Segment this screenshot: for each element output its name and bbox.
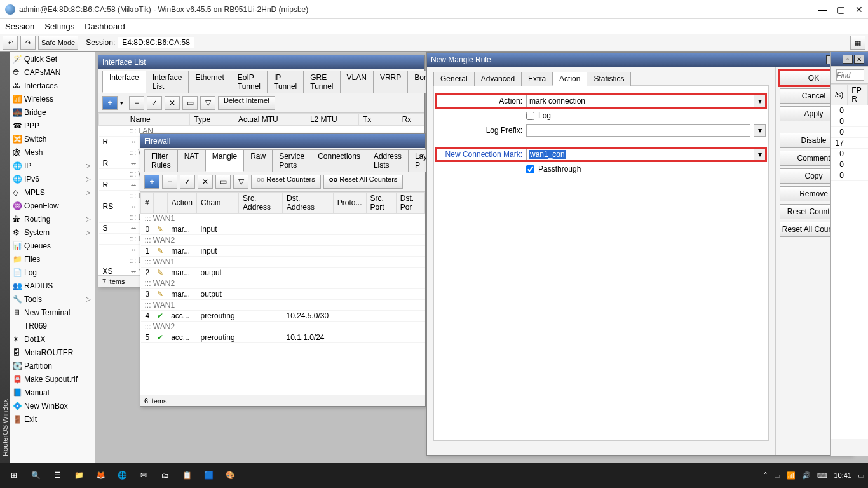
expand-icon[interactable]: ▷ <box>86 175 92 182</box>
tab-vrrp[interactable]: VRRP <box>373 71 408 93</box>
table-row[interactable]: 0 <box>831 105 868 116</box>
sidebar-item-interfaces[interactable]: 🖧Interfaces <box>10 79 95 92</box>
taskbar-icon-6[interactable]: ✉ <box>133 465 154 485</box>
sidebar-item-partition[interactable]: 💽Partition <box>10 359 95 372</box>
sidebar-item-wireless[interactable]: 📶Wireless <box>10 92 95 105</box>
expand-icon[interactable]: ▷ <box>86 215 92 222</box>
sidebar-item-mesh[interactable]: 🕸Mesh <box>10 146 95 159</box>
enable-button[interactable]: ✓ <box>180 175 195 189</box>
firewall-grid[interactable]: #ActionChainSrc. AddressDst. AddressProt… <box>140 191 425 395</box>
log-prefix-field[interactable] <box>526 124 750 137</box>
tray-notifications-icon[interactable]: ▭ <box>858 471 864 480</box>
tray-up-icon[interactable]: ˄ <box>764 471 768 480</box>
add-button[interactable]: + <box>102 96 118 110</box>
tab-advanced[interactable]: Advanced <box>474 72 522 86</box>
minimize-icon[interactable]: — <box>818 4 827 15</box>
tab-vlan[interactable]: VLAN <box>340 71 374 93</box>
sidebar-item-ipv6[interactable]: 🌐IPv6▷ <box>10 172 95 186</box>
table-row[interactable]: ::: WAN1 <box>141 300 425 311</box>
tab-nat[interactable]: NAT <box>177 149 206 172</box>
menu-settings[interactable]: Settings <box>44 22 74 31</box>
undo-button[interactable]: ↶ <box>3 36 18 50</box>
new-connection-mark-field[interactable]: wan1_con <box>526 148 750 161</box>
add-dropdown-icon[interactable]: ▾ <box>120 100 126 106</box>
safe-mode-button[interactable]: Safe Mode <box>38 36 78 50</box>
filter-button[interactable]: ▽ <box>233 175 248 189</box>
sidebar-item-routing[interactable]: 🛣Routing▷ <box>10 212 95 226</box>
taskbar-icon-2[interactable]: ☰ <box>47 465 67 485</box>
passthrough-checkbox[interactable] <box>526 165 534 173</box>
sidebar-item-capsman[interactable]: ⛑CAPsMAN <box>10 65 95 79</box>
table-row[interactable]: 0 <box>831 116 868 127</box>
sidebar-item-files[interactable]: 📁Files <box>10 252 95 266</box>
tab-statistics[interactable]: Statistics <box>587 72 631 86</box>
ncm-dropdown-icon[interactable]: ▾ <box>754 148 766 161</box>
expand-icon[interactable]: ▷ <box>86 229 92 236</box>
table-row[interactable]: 4✔acc...prerouting10.24.5.0/30 <box>141 311 425 322</box>
system-tray[interactable]: ˄ ▭ 📶 🔊 ⌨ 10:41 ▭ <box>764 471 864 480</box>
action-dropdown-icon[interactable]: ▾ <box>754 95 766 107</box>
comment-button[interactable]: ▭ <box>215 175 231 189</box>
tab-general[interactable]: General <box>433 72 475 86</box>
sidebar-item-tr069[interactable]: TR069 <box>10 319 95 332</box>
table-row[interactable]: 17 <box>831 138 868 149</box>
tab-filter-rules[interactable]: Filter Rules <box>144 149 178 172</box>
tab-ip-tunnel[interactable]: IP Tunnel <box>267 71 304 93</box>
sidebar-item-dot1x[interactable]: ✴Dot1X <box>10 332 95 346</box>
sidebar-item-log[interactable]: 📄Log <box>10 266 95 279</box>
expand-icon[interactable]: ▷ <box>86 189 92 196</box>
tab-ethernet[interactable]: Ethernet <box>188 71 231 93</box>
comment-button[interactable]: ▭ <box>182 96 198 110</box>
expand-icon[interactable]: ▷ <box>86 295 92 302</box>
table-row[interactable]: ::: WAN2 <box>141 235 425 246</box>
remove-button[interactable]: − <box>162 175 177 189</box>
maximize-icon[interactable]: ▢ <box>837 4 845 15</box>
table-row[interactable]: 0 <box>831 127 868 138</box>
tray-volume-icon[interactable]: 🔊 <box>802 471 811 480</box>
enable-button[interactable]: ✓ <box>147 96 162 110</box>
table-row[interactable]: 1✎mar...input <box>141 246 425 257</box>
sidebar-item-mpls[interactable]: ◇MPLS▷ <box>10 186 95 199</box>
redo-button[interactable]: ↷ <box>20 36 36 50</box>
disable-button[interactable]: ✕ <box>165 96 180 110</box>
tab-gre-tunnel[interactable]: GRE Tunnel <box>303 71 340 93</box>
tab-connections[interactable]: Connections <box>311 149 367 172</box>
tab-action[interactable]: Action <box>552 72 587 86</box>
sidebar-item-ppp[interactable]: ☎PPP <box>10 119 95 132</box>
taskbar-icon-1[interactable]: 🔍 <box>25 465 46 485</box>
sidebar-item-quick-set[interactable]: 🪄Quick Set <box>10 52 95 65</box>
menu-dashboard[interactable]: Dashboard <box>85 22 125 31</box>
sidebar-item-make-supout-rif[interactable]: 📮Make Supout.rif <box>10 372 95 386</box>
sidebar-item-new-winbox[interactable]: 💠New WinBox <box>10 399 95 412</box>
taskbar-icon-0[interactable]: ⊞ <box>4 465 24 485</box>
tab-mangle[interactable]: Mangle <box>205 149 244 172</box>
sidebar-item-exit[interactable]: 🚪Exit <box>10 412 95 426</box>
tray-wifi-icon[interactable]: 📶 <box>787 471 796 480</box>
taskbar-icon-5[interactable]: 🌐 <box>112 465 132 485</box>
mangle-titlebar[interactable]: New Mangle Rule ▫✕ <box>427 53 851 67</box>
firewall-titlebar[interactable]: Firewall <box>140 134 425 148</box>
taskbar-icon-8[interactable]: 📋 <box>177 465 197 485</box>
sidebar-item-new-terminal[interactable]: 🖥New Terminal <box>10 306 95 319</box>
right-min-icon[interactable]: ▫ <box>843 55 853 64</box>
tray-lang-icon[interactable]: ⌨ <box>817 471 827 480</box>
reset-all-counters-button[interactable]: oo Reset All Counters <box>323 175 403 189</box>
reset-counters-button[interactable]: oo Reset Counters <box>251 175 321 189</box>
taskbar-icon-4[interactable]: 🦊 <box>90 465 111 485</box>
toolbar-flag-icon[interactable]: ▦ <box>850 36 865 50</box>
detect-internet-button[interactable]: Detect Internet <box>218 96 275 110</box>
sidebar-item-system[interactable]: ⚙System▷ <box>10 226 95 239</box>
close-icon[interactable]: ✕ <box>855 4 863 15</box>
action-field[interactable]: mark connection <box>526 95 750 107</box>
sidebar-item-manual[interactable]: 📘Manual <box>10 386 95 399</box>
log-checkbox[interactable] <box>526 112 534 120</box>
taskbar-icon-10[interactable]: 🎨 <box>220 465 240 485</box>
tab-eoip-tunnel[interactable]: EoIP Tunnel <box>231 71 268 93</box>
taskbar-icon-9[interactable]: 🟦 <box>198 465 219 485</box>
add-button[interactable]: + <box>144 175 159 189</box>
interface-list-titlebar[interactable]: Interface List <box>98 55 424 69</box>
sidebar-item-metarouter[interactable]: 🗄MetaROUTER <box>10 346 95 359</box>
sidebar-item-openflow[interactable]: ♒OpenFlow <box>10 199 95 212</box>
tray-battery-icon[interactable]: ▭ <box>774 471 780 480</box>
remove-button[interactable]: − <box>129 96 144 110</box>
